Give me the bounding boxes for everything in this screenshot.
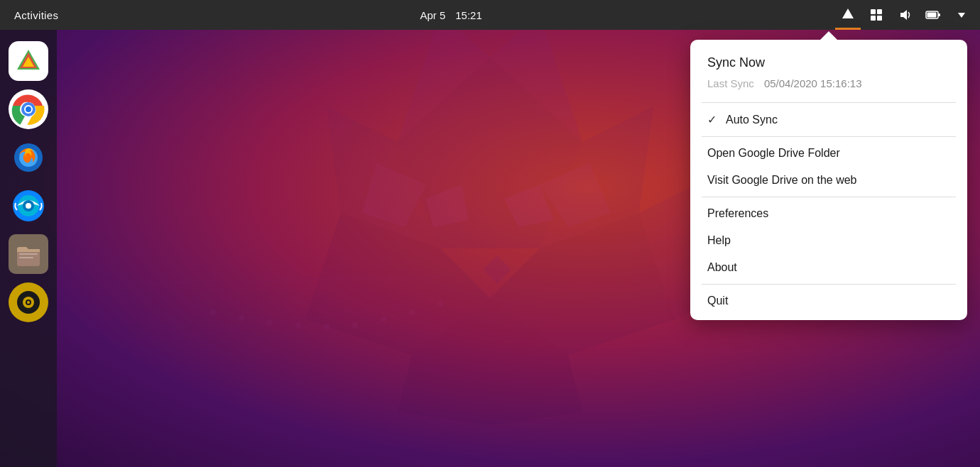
popup-menu: Sync Now Last Sync 05/04/2020 15:16:13 ✓… — [690, 40, 967, 320]
activities-button[interactable]: Activities — [6, 0, 67, 30]
panel-right — [835, 0, 974, 30]
network-icon — [869, 8, 883, 22]
battery-icon — [925, 8, 941, 22]
svg-point-16 — [352, 322, 358, 328]
open-folder-button[interactable]: Open Google Drive Folder — [690, 140, 967, 167]
svg-rect-35 — [927, 13, 937, 18]
auto-sync-toggle[interactable]: ✓ Auto Sync — [690, 106, 967, 133]
svg-point-59 — [27, 301, 30, 304]
svg-rect-36 — [938, 13, 940, 16]
panel-date: Apr 5 — [420, 9, 445, 21]
last-sync-time: 05/04/2020 15:16:13 — [764, 77, 862, 89]
svg-point-17 — [381, 317, 386, 322]
svg-marker-37 — [958, 13, 965, 18]
svg-rect-54 — [19, 257, 33, 258]
battery-tray-icon[interactable] — [920, 0, 946, 30]
dock-app-chrome[interactable] — [9, 89, 48, 129]
auto-sync-checkmark: ✓ — [707, 113, 720, 126]
svg-rect-30 — [877, 9, 882, 14]
panel-time: 15:21 — [455, 9, 482, 21]
chrome-icon — [11, 92, 45, 126]
rhythmbox-icon — [13, 287, 43, 317]
divider-4 — [702, 284, 956, 285]
dock — [0, 30, 57, 467]
svg-point-15 — [324, 324, 330, 329]
divider-1 — [702, 102, 956, 103]
svg-rect-32 — [877, 16, 882, 21]
volume-tray-icon[interactable] — [892, 0, 918, 30]
last-sync-info: Last Sync 05/04/2020 15:16:13 — [690, 75, 967, 99]
svg-point-51 — [26, 203, 31, 209]
about-button[interactable]: About — [690, 254, 967, 281]
thunderbird-icon — [10, 187, 47, 224]
auto-sync-label: Auto Sync — [726, 114, 778, 126]
help-button[interactable]: Help — [690, 227, 967, 254]
svg-point-14 — [295, 322, 301, 328]
top-panel: Activities Apr 5 15:21 — [0, 0, 980, 30]
sync-icon — [841, 7, 855, 21]
quit-button[interactable]: Quit — [690, 287, 967, 314]
panel-center: Apr 5 15:21 — [420, 9, 481, 21]
dock-app-arkwork[interactable] — [9, 41, 48, 81]
dock-app-rhythmbox[interactable] — [9, 282, 48, 322]
dock-app-firefox[interactable] — [9, 138, 48, 177]
volume-icon — [898, 8, 912, 22]
arkwork-icon — [13, 45, 44, 77]
firefox-icon — [10, 139, 47, 176]
svg-marker-33 — [900, 10, 907, 20]
preferences-button[interactable]: Preferences — [690, 200, 967, 227]
last-sync-label: Last Sync — [707, 77, 754, 89]
svg-rect-53 — [19, 253, 38, 255]
divider-2 — [702, 136, 956, 137]
desktop: Activities Apr 5 15:21 — [0, 0, 980, 467]
files-icon — [13, 239, 43, 269]
svg-point-45 — [26, 106, 31, 112]
svg-rect-31 — [871, 16, 876, 21]
divider-3 — [702, 197, 956, 197]
network-tray-icon[interactable] — [864, 0, 889, 30]
dock-app-files[interactable] — [9, 234, 48, 274]
svg-marker-10 — [483, 256, 511, 284]
dock-app-thunderbird[interactable] — [9, 186, 48, 226]
sync-now-button[interactable]: Sync Now — [690, 45, 967, 75]
svg-point-11 — [210, 309, 216, 315]
system-menu-icon[interactable] — [949, 0, 974, 30]
svg-point-19 — [437, 301, 443, 307]
svg-point-12 — [239, 315, 244, 321]
sync-tray-icon[interactable] — [835, 0, 861, 30]
svg-marker-28 — [842, 9, 854, 18]
chevron-down-icon — [957, 10, 967, 20]
svg-rect-29 — [871, 9, 876, 14]
visit-web-button[interactable]: Visit Google Drive on the web — [690, 167, 967, 194]
svg-point-18 — [409, 309, 415, 315]
